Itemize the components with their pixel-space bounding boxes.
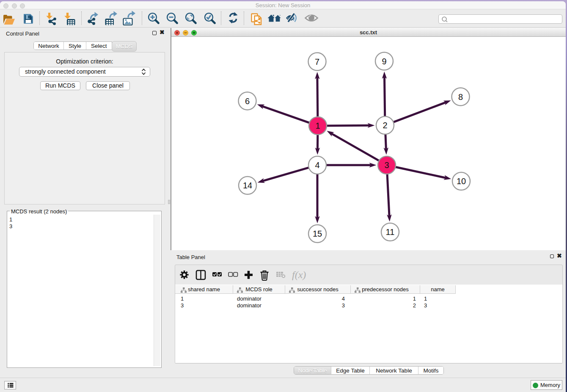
svg-text:8: 8 <box>458 92 463 102</box>
svg-text:1: 1 <box>315 121 320 130</box>
svg-text:6: 6 <box>245 97 250 106</box>
svg-text:14: 14 <box>243 181 252 190</box>
svg-text:2: 2 <box>383 121 387 130</box>
svg-text:11: 11 <box>386 227 395 237</box>
svg-text:7: 7 <box>315 57 319 66</box>
svg-text:4: 4 <box>315 160 319 170</box>
svg-text:9: 9 <box>382 57 386 66</box>
svg-text:10: 10 <box>457 177 466 186</box>
svg-text:15: 15 <box>313 229 322 238</box>
svg-text:f(x): f(x) <box>292 269 306 280</box>
svg-text:3: 3 <box>384 160 389 170</box>
